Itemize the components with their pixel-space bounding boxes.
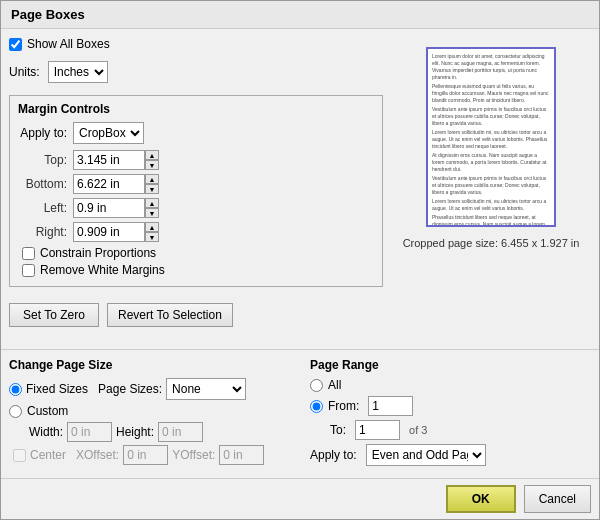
fixed-sizes-radio[interactable]: [9, 383, 22, 396]
top-label: Top:: [18, 153, 73, 167]
to-row: To: of 3: [330, 420, 591, 440]
all-radio[interactable]: [310, 379, 323, 392]
show-all-boxes-label: Show All Boxes: [27, 37, 110, 51]
center-label: Center: [30, 448, 66, 462]
right-field-row: Right: ▲ ▼: [18, 222, 374, 242]
center-checkbox[interactable]: [13, 449, 26, 462]
top-up-btn[interactable]: ▲: [145, 150, 159, 160]
ok-button[interactable]: OK: [446, 485, 516, 513]
all-radio-row: All: [310, 378, 591, 392]
right-spin-input: ▲ ▼: [73, 222, 159, 242]
right-up-btn[interactable]: ▲: [145, 222, 159, 232]
show-all-boxes-checkbox[interactable]: [9, 38, 22, 51]
bottom-field-row: Bottom: ▲ ▼: [18, 174, 374, 194]
constrain-proportions-checkbox[interactable]: [22, 247, 35, 260]
margin-button-row: Set To Zero Revert To Selection: [9, 303, 383, 327]
yoffset-label: YOffset:: [172, 448, 215, 462]
fixed-sizes-row: Fixed Sizes Page Sizes: None: [9, 378, 290, 400]
right-down-btn[interactable]: ▼: [145, 232, 159, 242]
top-down-btn[interactable]: ▼: [145, 160, 159, 170]
apply-to-label: Apply to:: [18, 126, 73, 140]
remove-white-margins-row: Remove White Margins: [22, 263, 374, 277]
page-range-title: Page Range: [310, 358, 591, 372]
page-preview: Lorem ipsum dolor sit amet, consectetur …: [426, 47, 556, 227]
page-boxes-dialog: Page Boxes Show All Boxes Units: Inches …: [0, 0, 600, 520]
left-label: Left:: [18, 201, 73, 215]
top-input[interactable]: [73, 150, 145, 170]
bottom-spin-input: ▲ ▼: [73, 174, 159, 194]
to-label: To:: [330, 423, 346, 437]
change-page-size-panel: Change Page Size Fixed Sizes Page Sizes:…: [9, 358, 290, 470]
units-label: Units:: [9, 65, 40, 79]
left-field-row: Left: ▲ ▼: [18, 198, 374, 218]
width-height-row: Width: Height:: [29, 422, 290, 442]
page-sizes-select[interactable]: None: [166, 378, 246, 400]
units-select[interactable]: Inches: [48, 61, 108, 83]
preview-panel: Lorem ipsum dolor sit amet, consectetur …: [391, 37, 591, 341]
bottom-input[interactable]: [73, 174, 145, 194]
bottom-label: Bottom:: [18, 177, 73, 191]
all-label: All: [328, 378, 341, 392]
height-label: Height:: [116, 425, 154, 439]
custom-label: Custom: [27, 404, 68, 418]
yoffset-input[interactable]: [219, 445, 264, 465]
units-row: Units: Inches: [9, 61, 383, 83]
page-range-panel: Page Range All From: To: of 3 Apply to: …: [310, 358, 591, 470]
show-all-boxes-row: Show All Boxes: [9, 37, 383, 51]
constrain-proportions-row: Constrain Proportions: [22, 246, 374, 260]
xoffset-label: XOffset:: [76, 448, 119, 462]
apply-to-select[interactable]: CropBox: [73, 122, 144, 144]
from-label: From:: [328, 399, 359, 413]
apply-to-range-label: Apply to:: [310, 448, 357, 462]
right-input[interactable]: [73, 222, 145, 242]
left-down-btn[interactable]: ▼: [145, 208, 159, 218]
of-label: of 3: [409, 424, 427, 436]
bottom-buttons: OK Cancel: [1, 478, 599, 519]
change-page-size-title: Change Page Size: [9, 358, 290, 372]
page-sizes-inline-label: Page Sizes:: [98, 382, 162, 396]
from-radio[interactable]: [310, 400, 323, 413]
right-label: Right:: [18, 225, 73, 239]
cancel-button[interactable]: Cancel: [524, 485, 591, 513]
left-up-btn[interactable]: ▲: [145, 198, 159, 208]
center-row: Center XOffset: YOffset:: [13, 445, 290, 465]
top-field-row: Top: ▲ ▼: [18, 150, 374, 170]
left-input[interactable]: [73, 198, 145, 218]
set-to-zero-button[interactable]: Set To Zero: [9, 303, 99, 327]
dialog-title: Page Boxes: [1, 1, 599, 29]
constrain-proportions-label: Constrain Proportions: [40, 246, 156, 260]
to-input[interactable]: [355, 420, 400, 440]
custom-radio-row: Custom: [9, 404, 290, 418]
revert-to-selection-button[interactable]: Revert To Selection: [107, 303, 233, 327]
margin-controls-title: Margin Controls: [18, 102, 374, 116]
remove-white-margins-checkbox[interactable]: [22, 264, 35, 277]
custom-radio[interactable]: [9, 405, 22, 418]
from-input[interactable]: [368, 396, 413, 416]
apply-to-range-row: Apply to: Even and Odd Pages: [310, 444, 591, 466]
bottom-up-btn[interactable]: ▲: [145, 174, 159, 184]
bottom-down-btn[interactable]: ▼: [145, 184, 159, 194]
xoffset-input[interactable]: [123, 445, 168, 465]
fixed-sizes-label: Fixed Sizes: [26, 382, 88, 396]
height-input[interactable]: [158, 422, 203, 442]
remove-white-margins-label: Remove White Margins: [40, 263, 165, 277]
fixed-sizes-radio-field: Fixed Sizes: [9, 382, 88, 396]
apply-to-row: Apply to: CropBox: [18, 122, 374, 144]
bottom-section: Change Page Size Fixed Sizes Page Sizes:…: [1, 349, 599, 478]
top-spin-input: ▲ ▼: [73, 150, 159, 170]
width-label: Width:: [29, 425, 63, 439]
preview-content: Lorem ipsum dolor sit amet, consectetur …: [428, 49, 554, 225]
left-spin-input: ▲ ▼: [73, 198, 159, 218]
cropped-size-text: Cropped page size: 6.455 x 1.927 in: [403, 237, 580, 249]
apply-to-range-select[interactable]: Even and Odd Pages: [366, 444, 486, 466]
from-radio-row: From:: [310, 396, 591, 416]
width-input[interactable]: [67, 422, 112, 442]
margin-controls-group: Margin Controls Apply to: CropBox Top: ▲…: [9, 95, 383, 287]
